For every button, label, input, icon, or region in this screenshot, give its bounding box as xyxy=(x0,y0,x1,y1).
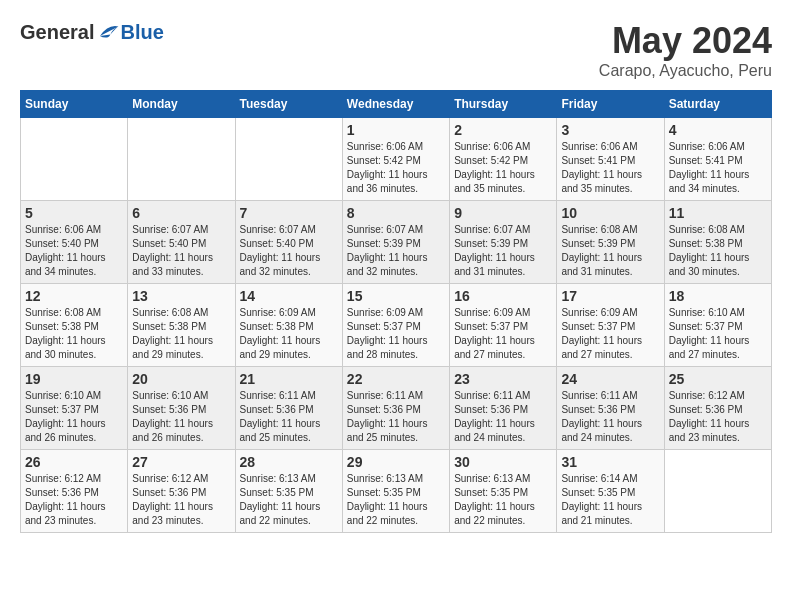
weekday-wednesday: Wednesday xyxy=(342,91,449,118)
day-info: Sunrise: 6:06 AM Sunset: 5:42 PM Dayligh… xyxy=(347,140,445,196)
day-info: Sunrise: 6:12 AM Sunset: 5:36 PM Dayligh… xyxy=(25,472,123,528)
day-info: Sunrise: 6:12 AM Sunset: 5:36 PM Dayligh… xyxy=(669,389,767,445)
day-info: Sunrise: 6:11 AM Sunset: 5:36 PM Dayligh… xyxy=(561,389,659,445)
day-info: Sunrise: 6:07 AM Sunset: 5:39 PM Dayligh… xyxy=(347,223,445,279)
day-info: Sunrise: 6:06 AM Sunset: 5:40 PM Dayligh… xyxy=(25,223,123,279)
day-info: Sunrise: 6:13 AM Sunset: 5:35 PM Dayligh… xyxy=(347,472,445,528)
calendar-cell: 30Sunrise: 6:13 AM Sunset: 5:35 PM Dayli… xyxy=(450,450,557,533)
day-info: Sunrise: 6:08 AM Sunset: 5:38 PM Dayligh… xyxy=(132,306,230,362)
day-number: 25 xyxy=(669,371,767,387)
day-info: Sunrise: 6:09 AM Sunset: 5:38 PM Dayligh… xyxy=(240,306,338,362)
day-number: 26 xyxy=(25,454,123,470)
calendar-cell: 19Sunrise: 6:10 AM Sunset: 5:37 PM Dayli… xyxy=(21,367,128,450)
calendar-cell xyxy=(128,118,235,201)
day-number: 28 xyxy=(240,454,338,470)
weekday-friday: Friday xyxy=(557,91,664,118)
day-info: Sunrise: 6:10 AM Sunset: 5:37 PM Dayligh… xyxy=(25,389,123,445)
calendar-week-2: 5Sunrise: 6:06 AM Sunset: 5:40 PM Daylig… xyxy=(21,201,772,284)
day-number: 9 xyxy=(454,205,552,221)
calendar-cell: 6Sunrise: 6:07 AM Sunset: 5:40 PM Daylig… xyxy=(128,201,235,284)
day-number: 5 xyxy=(25,205,123,221)
calendar-cell: 5Sunrise: 6:06 AM Sunset: 5:40 PM Daylig… xyxy=(21,201,128,284)
weekday-header-row: SundayMondayTuesdayWednesdayThursdayFrid… xyxy=(21,91,772,118)
day-info: Sunrise: 6:10 AM Sunset: 5:37 PM Dayligh… xyxy=(669,306,767,362)
logo-blue-text: Blue xyxy=(120,21,163,44)
day-number: 19 xyxy=(25,371,123,387)
day-number: 24 xyxy=(561,371,659,387)
day-number: 22 xyxy=(347,371,445,387)
day-info: Sunrise: 6:10 AM Sunset: 5:36 PM Dayligh… xyxy=(132,389,230,445)
calendar-cell: 14Sunrise: 6:09 AM Sunset: 5:38 PM Dayli… xyxy=(235,284,342,367)
calendar-cell xyxy=(664,450,771,533)
day-number: 30 xyxy=(454,454,552,470)
location-subtitle: Carapo, Ayacucho, Peru xyxy=(599,62,772,80)
calendar-cell: 17Sunrise: 6:09 AM Sunset: 5:37 PM Dayli… xyxy=(557,284,664,367)
calendar-cell: 2Sunrise: 6:06 AM Sunset: 5:42 PM Daylig… xyxy=(450,118,557,201)
calendar-cell: 7Sunrise: 6:07 AM Sunset: 5:40 PM Daylig… xyxy=(235,201,342,284)
calendar-cell: 13Sunrise: 6:08 AM Sunset: 5:38 PM Dayli… xyxy=(128,284,235,367)
day-number: 12 xyxy=(25,288,123,304)
day-info: Sunrise: 6:12 AM Sunset: 5:36 PM Dayligh… xyxy=(132,472,230,528)
day-number: 20 xyxy=(132,371,230,387)
logo: General Blue xyxy=(20,20,164,44)
day-info: Sunrise: 6:07 AM Sunset: 5:40 PM Dayligh… xyxy=(240,223,338,279)
calendar-cell: 9Sunrise: 6:07 AM Sunset: 5:39 PM Daylig… xyxy=(450,201,557,284)
calendar-cell: 27Sunrise: 6:12 AM Sunset: 5:36 PM Dayli… xyxy=(128,450,235,533)
day-number: 14 xyxy=(240,288,338,304)
day-info: Sunrise: 6:07 AM Sunset: 5:39 PM Dayligh… xyxy=(454,223,552,279)
calendar-cell: 25Sunrise: 6:12 AM Sunset: 5:36 PM Dayli… xyxy=(664,367,771,450)
calendar-cell: 23Sunrise: 6:11 AM Sunset: 5:36 PM Dayli… xyxy=(450,367,557,450)
weekday-thursday: Thursday xyxy=(450,91,557,118)
day-number: 17 xyxy=(561,288,659,304)
day-number: 23 xyxy=(454,371,552,387)
day-info: Sunrise: 6:13 AM Sunset: 5:35 PM Dayligh… xyxy=(454,472,552,528)
day-number: 29 xyxy=(347,454,445,470)
day-number: 18 xyxy=(669,288,767,304)
day-number: 10 xyxy=(561,205,659,221)
day-number: 6 xyxy=(132,205,230,221)
day-info: Sunrise: 6:08 AM Sunset: 5:38 PM Dayligh… xyxy=(669,223,767,279)
calendar-cell: 8Sunrise: 6:07 AM Sunset: 5:39 PM Daylig… xyxy=(342,201,449,284)
calendar-week-1: 1Sunrise: 6:06 AM Sunset: 5:42 PM Daylig… xyxy=(21,118,772,201)
day-info: Sunrise: 6:11 AM Sunset: 5:36 PM Dayligh… xyxy=(240,389,338,445)
calendar-table: SundayMondayTuesdayWednesdayThursdayFrid… xyxy=(20,90,772,533)
weekday-saturday: Saturday xyxy=(664,91,771,118)
calendar-cell: 21Sunrise: 6:11 AM Sunset: 5:36 PM Dayli… xyxy=(235,367,342,450)
calendar-cell: 20Sunrise: 6:10 AM Sunset: 5:36 PM Dayli… xyxy=(128,367,235,450)
calendar-cell: 16Sunrise: 6:09 AM Sunset: 5:37 PM Dayli… xyxy=(450,284,557,367)
month-title: May 2024 xyxy=(599,20,772,62)
day-number: 4 xyxy=(669,122,767,138)
day-info: Sunrise: 6:08 AM Sunset: 5:38 PM Dayligh… xyxy=(25,306,123,362)
calendar-week-5: 26Sunrise: 6:12 AM Sunset: 5:36 PM Dayli… xyxy=(21,450,772,533)
logo-general-text: General xyxy=(20,21,94,44)
day-number: 3 xyxy=(561,122,659,138)
day-number: 11 xyxy=(669,205,767,221)
day-number: 15 xyxy=(347,288,445,304)
day-info: Sunrise: 6:09 AM Sunset: 5:37 PM Dayligh… xyxy=(561,306,659,362)
calendar-cell: 29Sunrise: 6:13 AM Sunset: 5:35 PM Dayli… xyxy=(342,450,449,533)
calendar-cell: 24Sunrise: 6:11 AM Sunset: 5:36 PM Dayli… xyxy=(557,367,664,450)
calendar-cell: 3Sunrise: 6:06 AM Sunset: 5:41 PM Daylig… xyxy=(557,118,664,201)
calendar-cell xyxy=(21,118,128,201)
day-info: Sunrise: 6:06 AM Sunset: 5:41 PM Dayligh… xyxy=(669,140,767,196)
day-info: Sunrise: 6:11 AM Sunset: 5:36 PM Dayligh… xyxy=(347,389,445,445)
calendar-week-3: 12Sunrise: 6:08 AM Sunset: 5:38 PM Dayli… xyxy=(21,284,772,367)
day-info: Sunrise: 6:09 AM Sunset: 5:37 PM Dayligh… xyxy=(454,306,552,362)
calendar-cell: 10Sunrise: 6:08 AM Sunset: 5:39 PM Dayli… xyxy=(557,201,664,284)
calendar-cell: 28Sunrise: 6:13 AM Sunset: 5:35 PM Dayli… xyxy=(235,450,342,533)
calendar-cell: 18Sunrise: 6:10 AM Sunset: 5:37 PM Dayli… xyxy=(664,284,771,367)
day-number: 27 xyxy=(132,454,230,470)
calendar-cell: 15Sunrise: 6:09 AM Sunset: 5:37 PM Dayli… xyxy=(342,284,449,367)
day-number: 1 xyxy=(347,122,445,138)
day-info: Sunrise: 6:13 AM Sunset: 5:35 PM Dayligh… xyxy=(240,472,338,528)
day-info: Sunrise: 6:06 AM Sunset: 5:42 PM Dayligh… xyxy=(454,140,552,196)
calendar-body: 1Sunrise: 6:06 AM Sunset: 5:42 PM Daylig… xyxy=(21,118,772,533)
calendar-cell: 26Sunrise: 6:12 AM Sunset: 5:36 PM Dayli… xyxy=(21,450,128,533)
weekday-tuesday: Tuesday xyxy=(235,91,342,118)
calendar-cell: 31Sunrise: 6:14 AM Sunset: 5:35 PM Dayli… xyxy=(557,450,664,533)
day-info: Sunrise: 6:06 AM Sunset: 5:41 PM Dayligh… xyxy=(561,140,659,196)
calendar-cell: 4Sunrise: 6:06 AM Sunset: 5:41 PM Daylig… xyxy=(664,118,771,201)
day-number: 31 xyxy=(561,454,659,470)
day-number: 13 xyxy=(132,288,230,304)
day-info: Sunrise: 6:07 AM Sunset: 5:40 PM Dayligh… xyxy=(132,223,230,279)
